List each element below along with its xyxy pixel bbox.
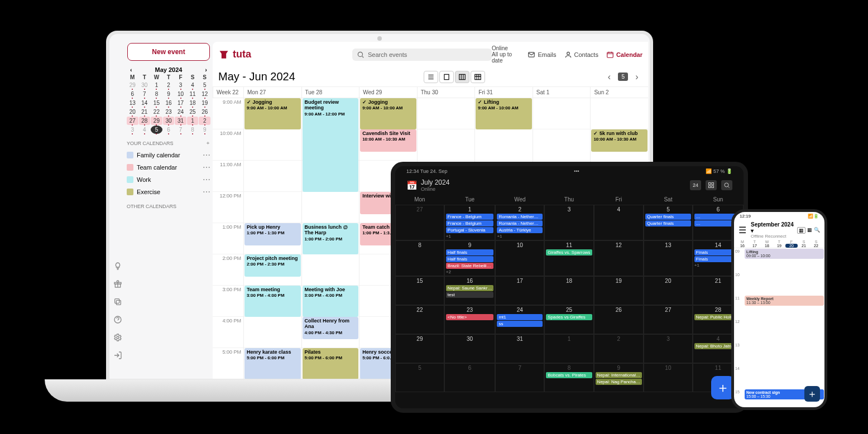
grid-icon[interactable]	[706, 180, 717, 190]
mini-day[interactable]: 12	[199, 90, 210, 98]
search-icon[interactable]: 🔍	[814, 227, 820, 234]
chevron-down-icon[interactable]: ▾	[751, 228, 754, 234]
mini-day[interactable]: 29	[151, 117, 162, 125]
month-cell[interactable]: 3	[644, 334, 693, 363]
month-cell[interactable]: 1France - BelgiumFrance - BelgiumPortuga…	[444, 205, 496, 240]
search-input[interactable]: Search events	[352, 49, 492, 61]
month-cell[interactable]: 31	[495, 334, 544, 363]
more-icon[interactable]: ⋯	[203, 163, 210, 172]
mini-day[interactable]: 1	[151, 81, 162, 89]
hour-slot[interactable]: 12	[734, 319, 824, 342]
mini-day[interactable]: 2	[163, 81, 175, 89]
phone-add-fab[interactable]: ＋	[804, 386, 820, 402]
month-cell[interactable]: 13	[644, 240, 693, 276]
search-icon[interactable]	[721, 180, 732, 190]
mini-day[interactable]: 9	[199, 126, 210, 134]
chevron-left-icon[interactable]: ‹	[130, 66, 132, 73]
event-chip[interactable]: Spades vs Giraffes	[546, 314, 592, 320]
month-cell[interactable]: 17	[495, 276, 544, 305]
event-chip[interactable]: Nepal: Nag Pancha…	[596, 379, 642, 385]
month-cell[interactable]: 20	[644, 276, 693, 305]
menu-icon[interactable]: ☰	[738, 225, 746, 235]
mini-day[interactable]: 13	[127, 99, 138, 107]
mini-day[interactable]: 24	[175, 108, 186, 116]
month-cell[interactable]: 16Nepal: Saune Sankr…test	[444, 276, 496, 305]
month-cell[interactable]: 3	[544, 205, 593, 240]
month-cell[interactable]: 15	[395, 276, 444, 305]
view-week[interactable]	[455, 71, 469, 83]
event-chip[interactable]: Brazil: State Rebelli…	[446, 263, 494, 269]
event-chip[interactable]: Quarter finals	[645, 220, 691, 226]
month-cell[interactable]: 5Quarter finalsQuarter finals	[644, 205, 693, 240]
month-cell[interactable]: 8	[395, 240, 444, 276]
view-day[interactable]	[439, 71, 454, 83]
event[interactable]: Meeting with Joe3:00 PM - 4:00 PM	[303, 286, 359, 317]
more-icon[interactable]: ⋯	[203, 151, 210, 160]
help-icon[interactable]	[113, 315, 122, 326]
mini-day[interactable]: 3	[175, 81, 186, 89]
week-day[interactable]: 21	[798, 244, 810, 248]
event-chip[interactable]: Quarter finals	[645, 214, 691, 220]
mini-day[interactable]: 20	[127, 108, 138, 116]
mini-day[interactable]: 30	[163, 117, 175, 125]
event-chip[interactable]: Nepal: International…	[596, 372, 642, 378]
mini-day[interactable]: 7	[175, 126, 186, 134]
mini-day[interactable]: 21	[139, 108, 151, 116]
mini-day[interactable]: 26	[199, 108, 210, 116]
month-cell[interactable]: 11Giraffes vs. Sparrows	[544, 240, 593, 276]
next-week-icon[interactable]: ›	[631, 71, 642, 83]
calendar-item[interactable]: Team calendar⋯	[127, 161, 210, 173]
month-cell[interactable]: 19	[594, 276, 644, 305]
mini-day[interactable]: 8	[151, 90, 162, 98]
gift-icon[interactable]	[113, 279, 122, 291]
mini-day[interactable]: 14	[139, 99, 151, 107]
mini-day[interactable]: 6	[127, 90, 138, 98]
more-icon[interactable]: ⋯	[203, 175, 210, 184]
new-event-button[interactable]: New event	[127, 43, 210, 61]
view-month[interactable]	[471, 71, 485, 83]
event[interactable]: Budget review meeting9:00 AM - 12:00 PM	[303, 98, 359, 192]
event-chip[interactable]: France - Belgium	[446, 220, 494, 226]
month-cell[interactable]: 10	[644, 363, 693, 392]
grid-icon[interactable]: ▦	[807, 227, 812, 234]
month-cell[interactable]: 2	[594, 334, 644, 363]
month-cell[interactable]: 29	[395, 334, 444, 363]
nav-emails[interactable]: Emails	[527, 51, 556, 59]
month-cell[interactable]: 6	[444, 363, 496, 392]
month-cell[interactable]: 30	[444, 334, 496, 363]
event[interactable]: ✓ Jogging9:00 AM - 10:00 AM	[244, 98, 301, 129]
event[interactable]: Lifting09:00 – 10:00	[745, 249, 824, 259]
week-day[interactable]: 16	[736, 244, 749, 248]
month-cell[interactable]: 4	[594, 205, 644, 240]
mini-day[interactable]: 15	[151, 99, 162, 107]
week-day[interactable]: 19	[773, 244, 785, 248]
event[interactable]: Pilates5:00 PM - 6:00 PM	[303, 348, 359, 379]
event[interactable]: ✓ Lifting9:00 AM - 10:00 AM	[476, 98, 532, 129]
more-events[interactable]: +2	[446, 269, 494, 274]
mini-day[interactable]: 8	[187, 126, 199, 134]
nav-calendar[interactable]: Calendar	[606, 51, 642, 59]
mini-day[interactable]: 1	[187, 117, 199, 125]
bulb-icon[interactable]	[113, 262, 122, 273]
event[interactable]: ✓ Jogging9:00 AM - 10:00 AM	[360, 98, 416, 129]
month-cell[interactable]: 27	[395, 205, 444, 240]
mini-day[interactable]: 27	[127, 117, 138, 125]
event-chip[interactable]: Portugal - Slovenia	[446, 227, 494, 233]
gear-icon[interactable]	[113, 333, 122, 344]
mini-day[interactable]: 10	[175, 90, 186, 98]
mini-day[interactable]: 16	[163, 99, 175, 107]
month-cell[interactable]: 12	[594, 240, 644, 276]
month-cell[interactable]: 7	[495, 363, 544, 392]
event-chip[interactable]: test	[446, 292, 494, 298]
today-badge[interactable]: 24	[690, 180, 701, 190]
event[interactable]: Cavendish Site Visit10:00 AM - 10:30 AM	[360, 129, 416, 152]
week-day[interactable]: 18	[761, 244, 773, 248]
event[interactable]: Business lunch @ The Harp1:00 PM - 2:00 …	[303, 223, 359, 254]
copy-icon[interactable]	[113, 297, 122, 308]
month-cell[interactable]: 9Nepal: International…Nepal: Nag Pancha…	[594, 363, 644, 392]
month-cell[interactable]: 25Spades vs Giraffes	[544, 305, 593, 334]
chevron-right-icon[interactable]: ›	[205, 66, 207, 73]
mini-day[interactable]: 28	[139, 117, 151, 125]
mini-day[interactable]: 5	[199, 81, 210, 89]
add-calendar-icon[interactable]: ＋	[205, 139, 210, 147]
